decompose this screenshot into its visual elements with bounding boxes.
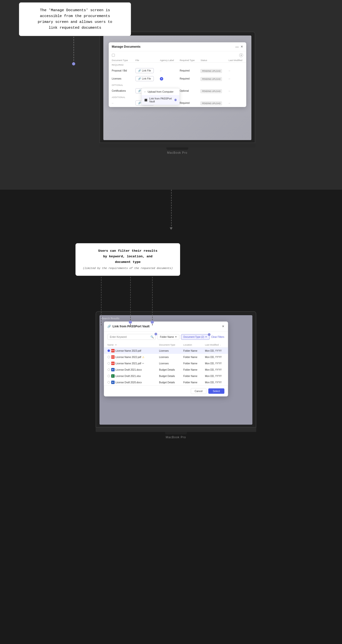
search-highlight-dot — [155, 333, 157, 336]
section-optional-label: OPTIONAL — [109, 83, 246, 87]
search-icon: 🔍 — [150, 336, 154, 338]
laptop-frame-bottom: Search Results 1 2 3 Items 🔗 Link from P… — [95, 311, 256, 439]
doctype-chevron-icon: ▼ — [205, 336, 207, 338]
sort-desc-icon: ↓ — [220, 344, 221, 346]
doctype-highlight-dot — [208, 333, 210, 336]
radio-2 — [107, 362, 110, 364]
vault-col-location: Location — [181, 342, 203, 348]
upload-dropdown-menu: ↑ Upload from Computer ⬛ Link from PASSP… — [141, 88, 180, 105]
vault-footer: Cancel Select — [104, 386, 228, 396]
folder-filter-chip[interactable]: Folder Name ▼ — [158, 334, 179, 340]
radio-3 — [107, 368, 110, 371]
minimize-icon[interactable]: — — [235, 45, 239, 49]
pdf-icon-0: PDF — [111, 349, 114, 352]
modal-header: Manage Documents — × — [109, 42, 246, 51]
link-file-btn-1[interactable]: 🔗 Link File — [135, 76, 154, 81]
upload-from-computer-item[interactable]: ↑ Upload from Computer — [141, 88, 179, 95]
chevron-down-icon: ▼ — [175, 336, 177, 338]
passport-link-icon: ⬛ — [144, 99, 147, 102]
col-doc-type: Document Type — [109, 58, 133, 62]
vault-dialog: 🔗 Link from PASSPort Vault × 🔍 — [104, 322, 228, 396]
table-row: Proposal / Bid 🔗 Link File -- Required — [109, 67, 246, 75]
radio-4 — [107, 375, 110, 377]
arrow-down — [170, 228, 173, 230]
link-file-btn-0[interactable]: 🔗 Link File — [135, 68, 154, 73]
search-input[interactable] — [107, 334, 156, 340]
vault-row-5[interactable]: W License Draft 2020.docx Budget Details… — [104, 379, 228, 386]
status-badge-3: PENDING UPLOAD — [201, 102, 222, 105]
top-callout-box: The 'Manage Documents' screen is accessi… — [19, 2, 131, 36]
bottom-callout-box: Users can filter their results by keywor… — [76, 243, 180, 276]
status-badge-2: PENDING UPLOAD — [201, 89, 222, 93]
vault-row-1[interactable]: PDF License Name 2022.pdf ⚠ Licenses Fol… — [104, 354, 228, 360]
vault-col-name: Name ▼ — [104, 342, 157, 348]
modal-checkbox-row: ℹ — [109, 51, 246, 58]
xlsx-icon-4: X — [111, 374, 114, 378]
bottom-callout-text: Users can filter their results by keywor… — [82, 248, 174, 265]
connector-dot-2 — [129, 320, 132, 324]
vault-link-icon: 🔗 — [107, 325, 111, 328]
vault-row-4[interactable]: X License Draft 2021.xlsx Budget Details… — [104, 373, 228, 379]
doctype-filter-chip[interactable]: Document Type (2) ▼ — [181, 334, 210, 340]
top-callout-text: The 'Manage Documents' screen is accessi… — [38, 8, 112, 30]
vault-row-3[interactable]: W License Draft 2021.docx Budget Details… — [104, 366, 228, 373]
clear-filters-button[interactable]: Clear Filters — [211, 336, 224, 338]
col-status: Status — [199, 58, 227, 62]
vault-title: 🔗 Link from PASSPort Vault — [107, 325, 149, 328]
edit-icon-2: ✏ — [142, 362, 144, 365]
vault-row-2[interactable]: PDF License Name 2021.pdf ✏ Licenses Fol… — [104, 360, 228, 366]
vault-col-modified: Last Modified ↓ — [203, 342, 228, 348]
vault-header: 🔗 Link from PASSPort Vault × — [104, 322, 228, 332]
modal-title: Manage Documents — [112, 45, 140, 48]
radio-1 — [107, 356, 110, 358]
search-wrap: 🔍 — [107, 334, 156, 340]
col-last-modified: Last Modified — [227, 58, 246, 62]
select-button[interactable]: Select — [208, 388, 224, 394]
vault-col-doctype: Document Type — [157, 342, 181, 348]
manage-documents-modal: Manage Documents — × ℹ — [109, 42, 246, 107]
vault-table: Name ▼ Document Type Location Last Modif… — [104, 342, 228, 386]
vault-close-icon[interactable]: × — [222, 324, 224, 328]
link-icon-3: 🔗 — [138, 102, 141, 104]
cancel-button[interactable]: Cancel — [191, 388, 206, 394]
radio-selected-0 — [107, 350, 110, 352]
dashed-line-3 — [152, 272, 153, 326]
docx-icon-5: W — [111, 380, 114, 384]
col-required-type: Required Type — [178, 58, 199, 62]
status-badge-1: PENDING UPLOAD — [201, 77, 222, 81]
close-icon[interactable]: × — [241, 44, 243, 49]
laptop-label-bottom: MacBook Pro — [95, 436, 256, 439]
col-agency-label: Agency Label — [158, 58, 178, 62]
connector-dot-top — [72, 62, 75, 66]
flag-icon-1: ⚠ — [142, 356, 144, 358]
highlight-dot — [175, 99, 176, 101]
col-file: File — [133, 58, 158, 62]
bottom-callout-subtext: (limited by the requirements of the requ… — [82, 266, 174, 271]
upload-icon: ↑ — [144, 90, 146, 93]
connector-line-mid — [171, 190, 172, 228]
laptop-label-top: MacBook Pro — [99, 151, 255, 154]
vault-search-row: 🔍 Folder Name ▼ Document Type (2) — [104, 332, 228, 342]
status-badge-0: PENDING UPLOAD — [201, 69, 222, 73]
section-required-label: REQUIRED — [109, 62, 246, 67]
vault-row-0[interactable]: PDF License Name 2023.pdf Licenses Folde… — [104, 348, 228, 354]
radio-5 — [107, 381, 110, 384]
connector-dot-3 — [151, 320, 154, 324]
table-row: Licenses 🔗 Link File ● — [109, 75, 246, 83]
link-from-passport-item[interactable]: ⬛ Link from PASSPort Vault — [141, 95, 179, 105]
docx-icon-3: W — [111, 368, 114, 371]
dashed-line-2 — [130, 272, 131, 326]
laptop-frame-top: Manage Documents — × ℹ — [99, 32, 255, 154]
pdf-icon-2: PDF — [111, 362, 114, 365]
info-button[interactable]: ℹ — [239, 53, 243, 57]
dashed-line-1 — [101, 272, 102, 326]
link-icon-1: 🔗 — [138, 77, 141, 80]
select-all-checkbox[interactable] — [112, 54, 115, 57]
pdf-icon-1: PDF — [111, 355, 114, 359]
sort-icon: ▼ — [115, 344, 117, 346]
link-icon-0: 🔗 — [138, 69, 141, 72]
link-icon-2: 🔗 — [138, 90, 141, 92]
badge-indicator-1: ● — [160, 77, 163, 80]
